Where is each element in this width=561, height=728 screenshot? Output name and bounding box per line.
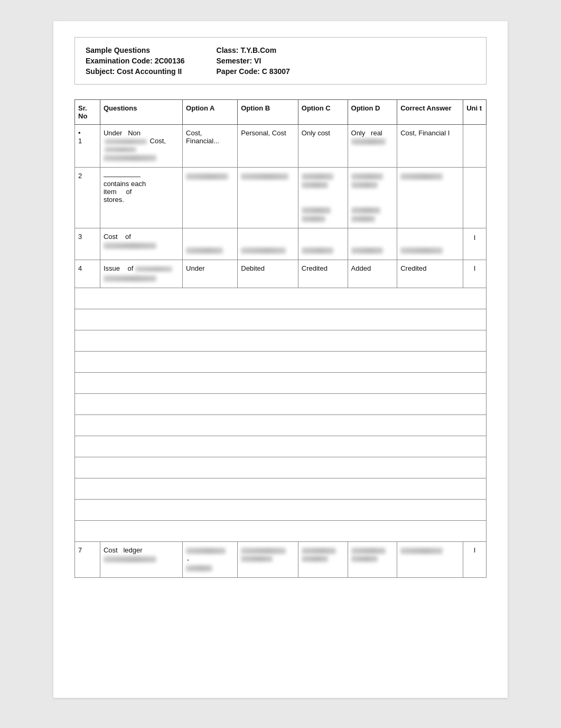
exam-code: Examination Code: 2C00136 xyxy=(86,57,185,65)
table-row xyxy=(75,499,487,520)
col-header-option-a: Option A xyxy=(183,100,238,125)
class-label: Class: T.Y.B.Com xyxy=(217,46,290,54)
header-box: Sample Questions Examination Code: 2C001… xyxy=(74,37,487,85)
col-header-sr: Sr. No xyxy=(75,100,100,125)
table-row: 4 Issue of Under Debited Credited Added … xyxy=(75,260,487,288)
table-row xyxy=(75,351,487,372)
col-header-correct-answer: Correct Answer xyxy=(397,100,463,125)
table-row xyxy=(75,393,487,414)
table-row xyxy=(75,457,487,478)
table-row xyxy=(75,372,487,393)
col-header-unit: Uni t xyxy=(463,100,487,125)
table-row: 7 Cost ledger • xyxy=(75,541,487,577)
col-header-option-c: Option C xyxy=(298,100,348,125)
header-right: Class: T.Y.B.Com Semester: VI Paper Code… xyxy=(217,46,290,76)
col-header-questions: Questions xyxy=(100,100,182,125)
table-row: • 1 Under Non Cost, Cost, Financial... P… xyxy=(75,125,487,168)
page: Sample Questions Examination Code: 2C001… xyxy=(53,21,508,698)
table-row: 3 Cost of xyxy=(75,228,487,260)
paper-label: Paper Code: C 83007 xyxy=(217,67,290,76)
title: Sample Questions xyxy=(86,46,185,54)
questions-table: Sr. No Questions Option A Option B Optio… xyxy=(74,99,487,578)
table-row xyxy=(75,309,487,330)
table-row xyxy=(75,414,487,436)
table-row xyxy=(75,478,487,499)
subject: Subject: Cost Accounting II xyxy=(86,67,185,76)
col-header-option-d: Option D xyxy=(348,100,397,125)
table-row xyxy=(75,436,487,457)
col-header-option-b: Option B xyxy=(238,100,298,125)
table-row xyxy=(75,520,487,541)
header-left: Sample Questions Examination Code: 2C001… xyxy=(86,46,185,76)
table-row: 2 contains each item of stores. xyxy=(75,168,487,228)
table-row xyxy=(75,288,487,309)
semester-label: Semester: VI xyxy=(217,57,290,65)
table-row xyxy=(75,330,487,351)
